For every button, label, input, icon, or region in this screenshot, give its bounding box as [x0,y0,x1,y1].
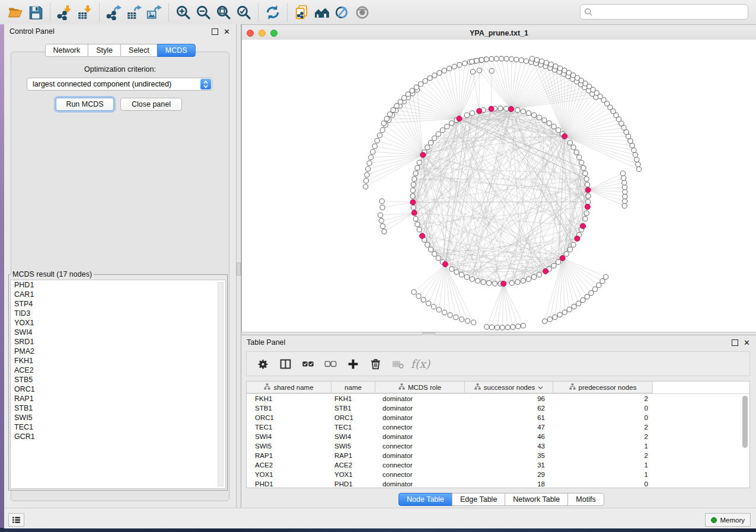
mcds-result-item[interactable]: STB5 [11,375,225,384]
network-node[interactable] [622,203,627,208]
network-node[interactable] [471,320,476,325]
network-node[interactable] [489,68,494,73]
network-node[interactable] [498,106,503,111]
network-node[interactable] [547,121,551,126]
split-columns-icon[interactable] [274,355,296,373]
network-node[interactable] [509,281,514,286]
network-node[interactable] [452,64,457,69]
network-node[interactable] [622,180,627,185]
close-table-panel-icon[interactable]: ✕ [744,339,750,347]
network-node[interactable] [398,100,403,104]
network-node[interactable] [371,149,375,154]
tab-mcds[interactable]: MCDS [157,44,196,57]
tab-node-table[interactable]: Node Table [398,493,452,506]
network-node[interactable] [363,184,368,189]
network-node[interactable] [445,124,449,129]
mcds-hub-node[interactable] [580,223,586,229]
network-node[interactable] [410,88,414,93]
network-node[interactable] [567,247,572,252]
network-node[interactable] [429,140,433,145]
network-node[interactable] [415,165,420,170]
network-node[interactable] [417,227,422,232]
network-node[interactable] [540,59,544,63]
network-node[interactable] [571,145,576,150]
network-node[interactable] [470,69,475,74]
mcds-hub-node[interactable] [543,268,548,274]
network-node[interactable] [580,298,585,303]
network-node[interactable] [460,317,464,322]
network-node[interactable] [465,319,470,323]
column-header-predecessor-nodes[interactable]: predecessor nodes [553,382,653,393]
network-node[interactable] [423,79,428,84]
network-node[interactable] [623,199,627,204]
network-node[interactable] [593,287,598,291]
network-node[interactable] [527,111,531,116]
network-node[interactable] [637,167,642,172]
network-node[interactable] [505,325,510,330]
mcds-hub-node[interactable] [477,108,482,114]
network-node[interactable] [476,278,480,283]
network-node[interactable] [542,118,547,123]
network-node[interactable] [511,325,515,329]
mcds-result-item[interactable]: SRD1 [11,337,225,347]
mcds-result-item[interactable]: TID3 [11,309,225,318]
network-node[interactable] [521,323,525,328]
network-node[interactable] [380,127,385,132]
mcds-hub-node[interactable] [585,187,591,193]
network-node[interactable] [484,57,489,62]
tab-network-table[interactable]: Network Table [505,493,568,506]
network-node[interactable] [571,242,576,247]
network-node[interactable] [558,66,563,70]
export-table-icon[interactable] [124,2,144,23]
network-node[interactable] [410,188,415,193]
mcds-result-item[interactable]: STP4 [11,299,225,309]
network-node[interactable] [470,111,474,116]
network-node[interactable] [412,290,416,294]
open-file-icon[interactable] [5,2,25,23]
network-node[interactable] [365,172,369,177]
network-node[interactable] [557,312,562,317]
network-node[interactable] [411,205,416,210]
network-node[interactable] [604,274,608,279]
network-node[interactable] [416,294,421,299]
network-node[interactable] [421,297,426,302]
network-view[interactable] [242,40,756,332]
network-node[interactable] [556,128,561,133]
mcds-result-item[interactable]: YOX1 [11,318,225,328]
table-row[interactable]: ORC1ORC1dominator610 [247,413,749,422]
criterion-dropdown[interactable]: largest connected component (undirected) [27,78,212,91]
mcds-hub-node[interactable] [509,107,514,112]
table-row[interactable]: SWI4SWI4dominator462 [247,432,749,441]
table-row[interactable]: YOX1YOX1connector291 [247,470,749,479]
network-node[interactable] [543,319,547,323]
mcds-result-item[interactable]: FKH1 [11,356,225,366]
network-node[interactable] [425,242,430,247]
network-node[interactable] [586,194,591,198]
zoom-out-icon[interactable] [193,2,213,23]
deselect-all-icon[interactable] [319,355,342,373]
network-node[interactable] [415,222,420,227]
memory-button[interactable]: Memory [705,513,751,527]
mcds-result-item[interactable]: RAP1 [11,394,225,403]
run-mcds-button[interactable]: Run MCDS [56,98,114,111]
network-node[interactable] [380,224,385,229]
network-node[interactable] [431,305,436,309]
network-node[interactable] [436,132,441,136]
network-node[interactable] [414,85,419,89]
select-all-icon[interactable] [296,355,319,373]
network-node[interactable] [551,124,556,129]
network-node[interactable] [432,73,437,78]
mcds-hub-node[interactable] [501,281,506,286]
mcds-hub-node[interactable] [489,106,494,111]
search-input[interactable] [593,7,744,17]
network-node[interactable] [384,116,389,121]
network-node[interactable] [537,115,541,120]
hide-selected-icon[interactable] [332,2,352,23]
network-node[interactable] [583,216,588,221]
network-node[interactable] [621,175,626,180]
network-node[interactable] [509,57,514,62]
network-node[interactable] [623,194,627,199]
mcds-result-item[interactable]: ORC1 [11,384,225,394]
mcds-hub-node[interactable] [575,236,580,241]
column-header-shared-name[interactable]: shared name [247,382,331,393]
